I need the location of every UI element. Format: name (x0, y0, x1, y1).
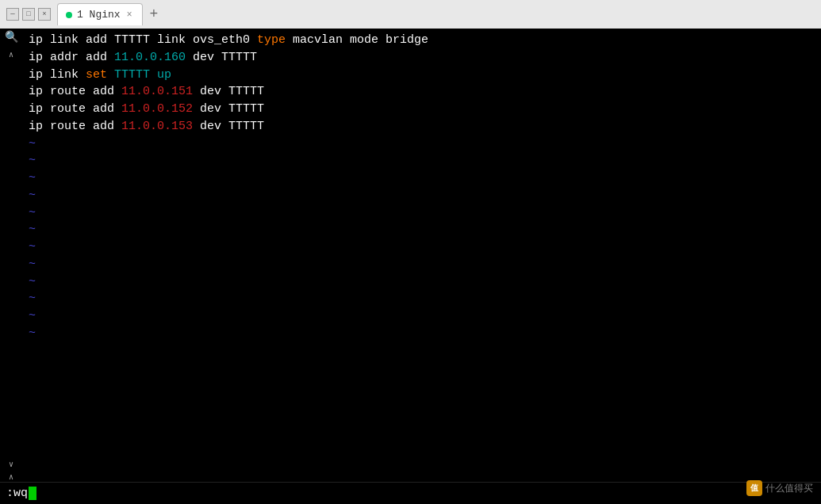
cursor (29, 487, 36, 500)
tilde-line-8: ~ (29, 256, 821, 273)
line-part: dev TTTTT (193, 85, 264, 98)
code-line-4: ip route add 11.0.0.151 dev TTTTT (29, 83, 821, 101)
tilde-line-3: ~ (29, 170, 821, 187)
minimize-button[interactable]: ─ (6, 8, 19, 21)
ip-address-red-2: 11.0.0.152 (121, 102, 193, 116)
line-part (107, 68, 114, 82)
titlebar: ─ □ × 1 Nginx × + (0, 0, 821, 29)
tilde-line-7: ~ (29, 239, 821, 256)
line-part: dev TTTTT (193, 102, 264, 116)
tab-close-button[interactable]: × (127, 10, 132, 21)
search-icon[interactable]: 🔍 (5, 30, 18, 44)
keyword-type: type (257, 33, 286, 47)
command-line: :wq (0, 482, 821, 504)
tilde-line-5: ~ (29, 204, 821, 222)
tab-bar: 1 Nginx × + (57, 3, 815, 25)
ip-address-green: 11.0.0.160 (114, 51, 186, 64)
keyword-set: set (86, 68, 107, 82)
tilde-line-1: ~ (29, 136, 821, 153)
line-part: dev TTTTT (186, 51, 257, 64)
tilde-line-4: ~ (29, 187, 821, 204)
code-line-5: ip route add 11.0.0.152 dev TTTTT (29, 101, 821, 118)
watermark: 值 什么值得买 (746, 480, 813, 496)
watermark-text: 什么值得买 (765, 482, 813, 495)
code-line-3: ip link set TTTTT up (29, 67, 821, 84)
line-part: dev TTTTT (193, 120, 264, 133)
scroll-up-button[interactable]: ∧ (9, 50, 13, 59)
tab-nginx[interactable]: 1 Nginx × (57, 3, 143, 25)
maximize-button[interactable]: □ (22, 8, 35, 21)
editor-container: 🔍 ∧ ∨ ∧ ip link add TTTTT link ovs_eth0 … (0, 29, 821, 482)
close-button[interactable]: × (38, 8, 51, 21)
line-part: ip route add (29, 120, 121, 133)
terminal-window: ─ □ × 1 Nginx × + 🔍 ∧ ∨ ∧ ip link add TT… (0, 0, 821, 504)
tilde-line-12: ~ (29, 325, 821, 342)
line-part: ip link add TTTTT link ovs_eth0 (29, 33, 257, 47)
line-part: ip route add (29, 102, 121, 116)
tilde-line-6: ~ (29, 221, 821, 239)
tab-label: 1 Nginx (77, 9, 121, 21)
tilde-line-9: ~ (29, 273, 821, 291)
tab-status-dot (66, 12, 72, 18)
line-part: ip link (29, 68, 86, 82)
scroll-down-button[interactable]: ∨ (9, 460, 13, 469)
ip-address-red-1: 11.0.0.151 (121, 85, 193, 98)
up-label: up (150, 68, 171, 82)
code-line-6: ip route add 11.0.0.153 dev TTTTT (29, 118, 821, 136)
ttttt-label: TTTTT (114, 68, 150, 82)
line-part: macvlan mode bridge (286, 33, 428, 47)
cmdline-text: :wq (6, 487, 28, 500)
line-part: ip route add (29, 85, 121, 98)
tilde-line-11: ~ (29, 307, 821, 325)
new-tab-button[interactable]: + (144, 5, 163, 24)
code-line-1: ip link add TTTTT link ovs_eth0 type mac… (29, 32, 821, 49)
left-gutter: 🔍 ∧ ∨ ∧ (0, 29, 22, 482)
tilde-line-10: ~ (29, 290, 821, 307)
ip-address-red-3: 11.0.0.153 (121, 120, 193, 133)
editor-content[interactable]: ip link add TTTTT link ovs_eth0 type mac… (22, 29, 821, 482)
watermark-icon: 值 (746, 480, 762, 496)
window-controls: ─ □ × (6, 8, 51, 21)
tilde-line-2: ~ (29, 152, 821, 170)
line-part: ip addr add (29, 51, 114, 64)
code-line-2: ip addr add 11.0.0.160 dev TTTTT (29, 49, 821, 67)
scroll-up2-button[interactable]: ∧ (9, 472, 13, 482)
